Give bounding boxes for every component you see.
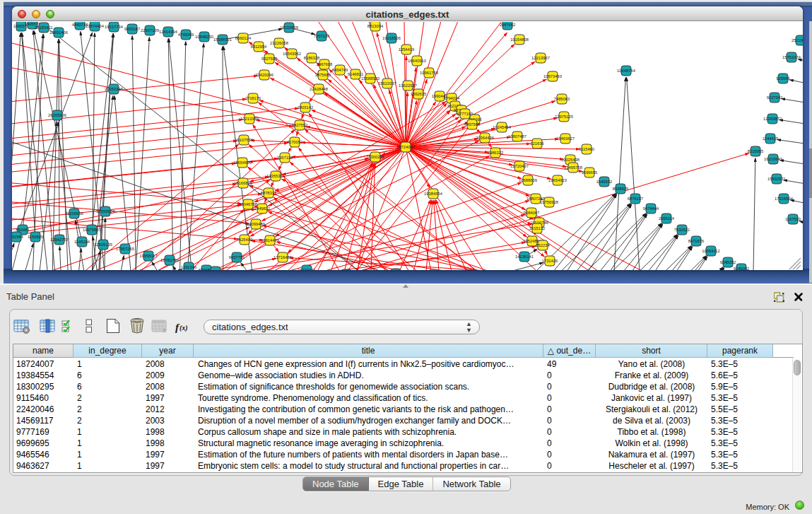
svg-text:391584: 391584 xyxy=(12,235,23,239)
svg-text:10046788: 10046788 xyxy=(239,202,257,206)
svg-text:13622037: 13622037 xyxy=(399,83,417,88)
svg-text:16033809: 16033809 xyxy=(280,25,298,30)
svg-text:15751074: 15751074 xyxy=(782,55,801,59)
svg-text:16107556: 16107556 xyxy=(235,138,253,142)
svg-text:16543962: 16543962 xyxy=(283,52,301,56)
svg-text:621636: 621636 xyxy=(530,141,543,146)
svg-text:19654985: 19654985 xyxy=(233,160,252,165)
svg-text:2986322: 2986322 xyxy=(488,151,504,155)
svg-text:12942757: 12942757 xyxy=(50,238,69,242)
svg-text:10245454: 10245454 xyxy=(493,125,512,129)
svg-text:13495758: 13495758 xyxy=(564,165,582,170)
svg-text:8454749: 8454749 xyxy=(332,68,348,72)
svg-text:23420046: 23420046 xyxy=(255,73,273,77)
svg-text:(x): (x) xyxy=(180,324,188,332)
svg-text:6879197: 6879197 xyxy=(628,197,644,201)
svg-text:12414394: 12414394 xyxy=(159,30,178,34)
svg-text:12093872: 12093872 xyxy=(763,117,782,121)
svg-text:2803142: 2803142 xyxy=(298,105,314,110)
svg-text:19017734: 19017734 xyxy=(105,25,124,29)
svg-text:9227342: 9227342 xyxy=(767,95,783,100)
svg-text:1108894: 1108894 xyxy=(208,269,224,270)
svg-text:25183411: 25183411 xyxy=(35,25,52,30)
svg-text:9245052: 9245052 xyxy=(734,267,750,270)
svg-text:14355364: 14355364 xyxy=(266,174,286,178)
svg-text:22507109: 22507109 xyxy=(141,28,159,33)
svg-text:252234: 252234 xyxy=(536,243,550,247)
svg-text:12213967: 12213967 xyxy=(531,56,550,60)
svg-text:16782759: 16782759 xyxy=(160,258,179,262)
svg-text:850081: 850081 xyxy=(16,228,29,232)
svg-text:10654112: 10654112 xyxy=(702,249,719,253)
svg-text:1562635: 1562635 xyxy=(411,92,427,96)
svg-text:15622037: 15622037 xyxy=(378,81,396,86)
svg-text:13716485: 13716485 xyxy=(273,255,292,259)
svg-text:19654923: 19654923 xyxy=(548,178,567,182)
svg-text:10961758: 10961758 xyxy=(420,71,438,75)
svg-text:19756928: 19756928 xyxy=(540,200,558,204)
svg-text:1449822: 1449822 xyxy=(254,206,271,211)
svg-text:3267110: 3267110 xyxy=(277,156,293,160)
svg-text:17359924: 17359924 xyxy=(96,209,115,214)
svg-text:7625402: 7625402 xyxy=(237,238,253,242)
svg-text:19384554: 19384554 xyxy=(424,192,443,196)
svg-text:8471676: 8471676 xyxy=(688,239,705,243)
svg-text:3875685: 3875685 xyxy=(315,73,331,77)
svg-text:10154808: 10154808 xyxy=(510,37,529,42)
svg-text:1156829: 1156829 xyxy=(28,235,43,239)
svg-text:18724007: 18724007 xyxy=(396,145,415,149)
svg-text:1254419: 1254419 xyxy=(399,47,415,52)
svg-text:14099489: 14099489 xyxy=(247,222,265,226)
svg-text:7485063: 7485063 xyxy=(554,97,570,101)
svg-text:19975867: 19975867 xyxy=(83,228,101,232)
svg-text:19958117: 19958117 xyxy=(139,254,157,258)
svg-text:20053346: 20053346 xyxy=(105,87,123,91)
svg-text:2718176: 2718176 xyxy=(245,96,261,100)
svg-text:16210643: 16210643 xyxy=(764,157,782,161)
svg-text:9699695: 9699695 xyxy=(582,170,598,175)
svg-text:25229388: 25229388 xyxy=(792,38,803,42)
svg-text:9245052: 9245052 xyxy=(720,260,736,264)
svg-text:23874404: 23874404 xyxy=(86,24,105,28)
svg-text:8912954: 8912954 xyxy=(251,45,267,49)
svg-text:20206556: 20206556 xyxy=(65,211,83,216)
svg-text:1244415: 1244415 xyxy=(763,136,779,141)
svg-text:7632621: 7632621 xyxy=(674,228,690,232)
svg-text:17957265: 17957265 xyxy=(116,247,134,251)
svg-text:6794024: 6794024 xyxy=(444,96,460,100)
svg-text:10848230: 10848230 xyxy=(195,35,213,39)
svg-text:1145194: 1145194 xyxy=(74,240,90,244)
svg-text:16640910: 16640910 xyxy=(408,59,426,63)
svg-text:19218506: 19218506 xyxy=(382,36,401,40)
svg-text:2967608: 2967608 xyxy=(317,62,333,66)
svg-text:9084067: 9084067 xyxy=(524,211,540,215)
svg-text:16914479: 16914479 xyxy=(261,238,279,243)
svg-text:1615132: 1615132 xyxy=(529,226,546,230)
svg-text:4170052: 4170052 xyxy=(287,140,303,144)
svg-text:8813054: 8813054 xyxy=(367,24,384,28)
svg-text:17016504: 17016504 xyxy=(775,197,794,201)
svg-text:19166825: 19166825 xyxy=(234,181,252,185)
svg-text:6497568: 6497568 xyxy=(464,122,481,127)
svg-text:10973493: 10973493 xyxy=(543,74,562,78)
svg-text:1640932: 1640932 xyxy=(596,180,613,184)
svg-text:12213389: 12213389 xyxy=(240,117,259,121)
svg-text:9657791: 9657791 xyxy=(229,255,245,259)
svg-text:1292346: 1292346 xyxy=(181,265,197,269)
svg-text:10807487: 10807487 xyxy=(508,134,526,139)
svg-text:13975125: 13975125 xyxy=(555,115,573,119)
svg-text:18300295: 18300295 xyxy=(366,155,384,159)
svg-text:14136141: 14136141 xyxy=(515,255,534,259)
svg-text:4743069: 4743069 xyxy=(178,33,194,37)
svg-text:8660124: 8660124 xyxy=(235,36,252,40)
svg-text:8215955: 8215955 xyxy=(748,149,764,153)
svg-text:929966: 929966 xyxy=(776,76,789,81)
svg-text:15720407: 15720407 xyxy=(510,164,529,168)
svg-text:9474444: 9474444 xyxy=(643,206,659,211)
svg-text:9327505: 9327505 xyxy=(261,57,278,61)
svg-text:20364436: 20364436 xyxy=(476,136,494,140)
svg-text:8938925: 8938925 xyxy=(613,187,629,191)
svg-text:26265936: 26265936 xyxy=(48,113,66,117)
svg-text:23226058: 23226058 xyxy=(270,41,288,45)
svg-text:2935114: 2935114 xyxy=(659,216,675,221)
